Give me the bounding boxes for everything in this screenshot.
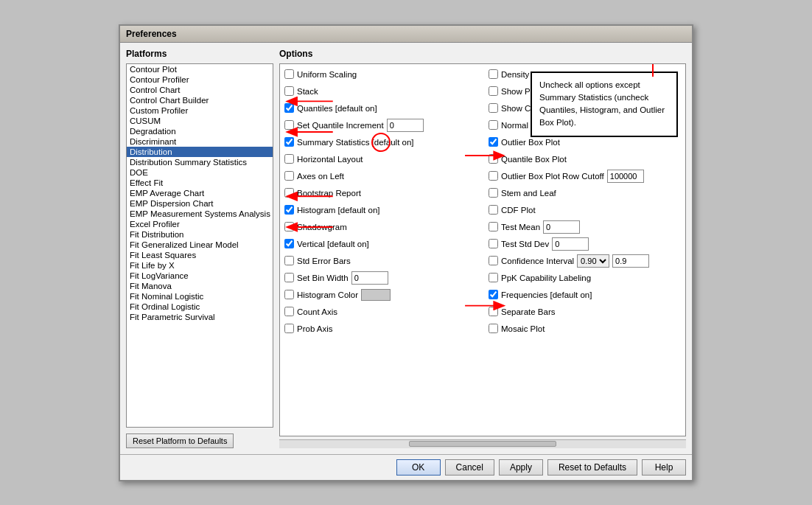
option-row-quantiles: Quantiles [default on] [284, 101, 477, 116]
label-quantile_box_plot: Quantile Box Plot [501, 155, 567, 164]
platforms-label: Platforms [126, 49, 273, 59]
platforms-list[interactable]: Contour PlotContour ProfilerControl Char… [126, 63, 273, 428]
platform-item[interactable]: Degradation [127, 126, 273, 136]
cancel-button[interactable]: Cancel [445, 459, 494, 476]
platform-item[interactable]: Distribution Summary Statistics [127, 157, 273, 167]
options-label: Options [279, 49, 686, 59]
label-uniform_scaling: Uniform Scaling [297, 70, 357, 79]
platform-item[interactable]: Fit Distribution [127, 229, 273, 240]
checkbox-set_quantile_increment[interactable] [284, 120, 294, 130]
checkbox-summary_statistics[interactable] [284, 137, 294, 147]
options-area[interactable]: Uniform ScalingStackQuantiles [default o… [279, 63, 686, 436]
option-row-test_std_dev: Test Std Dev [489, 237, 681, 251]
option-row-vertical: Vertical [default on] [284, 237, 477, 251]
platform-item[interactable]: Fit Ordinal Logistic [127, 302, 273, 312]
platform-item[interactable]: Fit Nominal Logistic [127, 291, 273, 302]
checkbox-vertical[interactable] [284, 239, 294, 248]
platform-item[interactable]: Contour Profiler [127, 74, 273, 85]
platform-item[interactable]: Effect Fit [127, 178, 273, 188]
label-set_bin_width: Set Bin Width [297, 274, 349, 282]
help-button[interactable]: Help [642, 459, 686, 476]
checkbox-std_error_bars[interactable] [284, 256, 294, 265]
input-test_mean[interactable] [543, 220, 580, 234]
checkbox-bootstrap_report[interactable] [284, 188, 294, 198]
option-row-histogram_color: Histogram Color [284, 288, 477, 302]
select-confidence_interval[interactable]: 0.90 [577, 254, 609, 268]
label-std_error_bars: Std Error Bars [297, 257, 351, 265]
checkbox-axes_on_left[interactable] [284, 171, 294, 181]
checkbox-mosaic_plot[interactable] [489, 324, 498, 333]
checkbox-outlier_box_plot[interactable] [489, 137, 498, 147]
checkbox-shadowgram[interactable] [284, 222, 294, 231]
label-bootstrap_report: Bootstrap Report [297, 189, 361, 198]
option-row-mosaic_plot: Mosaic Plot [489, 321, 681, 336]
platform-item[interactable]: Distribution [127, 147, 273, 157]
apply-button[interactable]: Apply [499, 459, 543, 476]
checkbox-show_counts[interactable] [489, 103, 498, 113]
platform-item[interactable]: Excel Profiler [127, 219, 273, 229]
platform-item[interactable]: EMP Average Chart [127, 188, 273, 198]
checkbox-stem_and_leaf[interactable] [489, 188, 498, 198]
checkbox-normal_quantile[interactable] [489, 120, 498, 130]
horizontal-scrollbar[interactable] [279, 439, 686, 448]
checkbox-quantiles[interactable] [284, 103, 294, 113]
option-row-frequencies: Frequencies [default on] [489, 288, 681, 302]
reset-platform-button[interactable]: Reset Platform to Defaults [126, 433, 234, 448]
platform-item[interactable]: Control Chart [127, 85, 273, 95]
checkbox-ppk_capability[interactable] [489, 273, 498, 282]
checkbox-density_axis[interactable] [489, 69, 498, 79]
platform-item[interactable]: EMP Measurement Systems Analysis [127, 209, 273, 219]
option-row-axes_on_left: Axes on Left [284, 169, 477, 184]
checkbox-horizontal_layout[interactable] [284, 154, 294, 164]
checkbox-histogram[interactable] [284, 205, 294, 215]
label-count_axis: Count Axis [297, 307, 337, 316]
input-test_std_dev[interactable] [552, 237, 589, 251]
platform-item[interactable]: Discriminant [127, 136, 273, 147]
platform-item[interactable]: DOE [127, 167, 273, 178]
checkbox-show_percents[interactable] [489, 86, 498, 96]
checkbox-uniform_scaling[interactable] [284, 69, 294, 79]
input-outlier_box_plot_row[interactable] [607, 170, 644, 183]
label-quantiles: Quantiles [default on] [297, 104, 377, 113]
color-swatch-histogram_color[interactable] [361, 289, 391, 301]
checkbox-histogram_color[interactable] [284, 290, 294, 299]
checkbox-test_std_dev[interactable] [489, 239, 498, 248]
option-row-uniform_scaling: Uniform Scaling [284, 67, 477, 82]
platform-item[interactable]: Fit Manova [127, 281, 273, 291]
platform-item[interactable]: Control Chart Builder [127, 95, 273, 105]
option-row-std_error_bars: Std Error Bars [284, 254, 477, 268]
platform-item[interactable]: Contour Plot [127, 64, 273, 74]
platform-item[interactable]: Fit Least Squares [127, 250, 273, 260]
label-cdf_plot: CDF Plot [501, 206, 536, 215]
checkbox-confidence_interval[interactable] [489, 256, 498, 265]
platform-item[interactable]: Fit Parametric Survival [127, 312, 273, 322]
checkbox-separate_bars[interactable] [489, 307, 498, 316]
platform-item[interactable]: Custom Profiler [127, 105, 273, 116]
reset-to-defaults-button[interactable]: Reset to Defaults [547, 459, 637, 476]
platform-item[interactable]: Fit LogVariance [127, 271, 273, 281]
platform-item[interactable]: CUSUM [127, 116, 273, 126]
checkbox-set_bin_width[interactable] [284, 273, 294, 282]
label-confidence_interval: Confidence Interval [501, 257, 574, 265]
ok-button[interactable]: OK [396, 459, 441, 476]
platform-item[interactable]: Fit Generalized Linear Model [127, 240, 273, 250]
label-histogram_color: Histogram Color [297, 290, 358, 299]
checkbox-cdf_plot[interactable] [489, 205, 498, 215]
checkbox-count_axis[interactable] [284, 307, 294, 316]
input2-confidence_interval[interactable] [612, 254, 649, 268]
option-row-stem_and_leaf: Stem and Leaf [489, 186, 681, 201]
checkbox-outlier_box_plot_row[interactable] [489, 171, 498, 181]
label-separate_bars: Separate Bars [501, 307, 556, 316]
checkbox-prob_axis[interactable] [284, 324, 294, 333]
option-row-summary_statistics: Summary Statistics [default on] [284, 135, 477, 150]
label-axes_on_left: Axes on Left [297, 172, 344, 181]
platform-item[interactable]: Fit Life by X [127, 260, 273, 271]
label-vertical: Vertical [default on] [297, 240, 369, 248]
platform-item[interactable]: EMP Dispersion Chart [127, 198, 273, 209]
checkbox-frequencies[interactable] [489, 290, 498, 299]
input-set_quantile_increment[interactable] [387, 119, 424, 132]
checkbox-quantile_box_plot[interactable] [489, 154, 498, 164]
checkbox-stack[interactable] [284, 86, 294, 96]
checkbox-test_mean[interactable] [489, 222, 498, 231]
input-set_bin_width[interactable] [351, 271, 388, 285]
